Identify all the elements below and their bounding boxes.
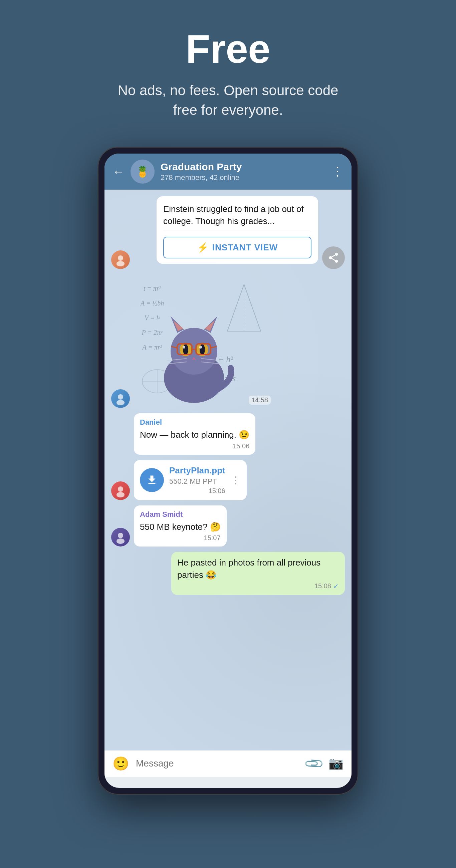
share-button[interactable] (322, 246, 345, 269)
attach-button[interactable]: 📎 (303, 753, 325, 774)
sticker-row: t = πr² A = ½bh V = l² P = 2πr A = πr² s… (111, 274, 345, 408)
svg-point-2 (118, 394, 123, 400)
svg-point-19 (183, 346, 185, 348)
phone-wrapper: ← 🍍 Graduation Party 278 members, 42 onl… (0, 140, 456, 814)
daniel-message-row: Daniel Now — back to planning. 😉 15:06 (111, 413, 345, 454)
svg-point-18 (200, 344, 205, 355)
instant-view-row: Einstein struggled to find a job out of … (111, 196, 345, 270)
file-time: 15:06 (209, 487, 225, 495)
cat-sticker (144, 301, 244, 408)
emoji-button[interactable]: 🙂 (113, 756, 129, 772)
chat-bottom-bar: 🙂 📎 📷 (104, 750, 352, 777)
file-more-button[interactable]: ⋮ (231, 474, 241, 486)
chat-header: ← 🍍 Graduation Party 278 members, 42 onl… (104, 154, 352, 190)
chat-body: Einstein struggled to find a job out of … (104, 190, 352, 750)
file-name: PartyPlan.ppt (169, 465, 225, 476)
message-input[interactable] (136, 758, 299, 769)
iv-button-label: INSTANT VIEW (212, 242, 278, 253)
svg-point-3 (117, 400, 124, 405)
camera-button[interactable]: 📷 (329, 756, 343, 771)
hero-section: Free No ads, no fees. Open source code f… (98, 0, 358, 140)
iv-card: Einstein struggled to find a job out of … (157, 196, 318, 264)
file-info: PartyPlan.ppt 550.2 MB PPT 15:06 (169, 465, 225, 495)
phone-frame: ← 🍍 Graduation Party 278 members, 42 onl… (98, 147, 358, 795)
adam-message-row: Adam Smidt 550 MB keynote? 🤔 15:07 (111, 505, 345, 547)
self-message-row: He pasted in photos from all previous pa… (111, 552, 345, 595)
file-message-row: PartyPlan.ppt 550.2 MB PPT 15:06 ⋮ (111, 460, 345, 500)
lightning-icon: ⚡ (197, 242, 209, 253)
svg-point-1 (117, 261, 124, 267)
instant-view-button[interactable]: ⚡ INSTANT VIEW (163, 237, 311, 258)
hero-subtitle: No ads, no fees. Open source code free f… (111, 81, 345, 120)
iv-preview-text: Einstein struggled to find a job out of … (163, 203, 311, 232)
group-avatar-emoji: 🍍 (136, 165, 149, 178)
svg-point-17 (183, 344, 188, 355)
self-text: He pasted in photos from all previous pa… (177, 557, 339, 581)
daniel-bubble: Daniel Now — back to planning. 😉 15:06 (134, 413, 255, 454)
svg-point-20 (199, 346, 202, 348)
group-name: Graduation Party (160, 161, 326, 173)
file-download-button[interactable] (140, 468, 164, 492)
svg-point-32 (117, 492, 124, 497)
svg-point-33 (118, 533, 123, 538)
svg-point-31 (118, 487, 123, 492)
daniel-sender-name: Daniel (140, 418, 249, 427)
group-avatar: 🍍 (130, 160, 155, 184)
user-avatar-4 (111, 528, 130, 547)
adam-bubble: Adam Smidt 550 MB keynote? 🤔 15:07 (134, 505, 227, 547)
user-avatar-1 (111, 250, 130, 269)
instant-view-card: Einstein struggled to find a job out of … (134, 196, 318, 270)
user-avatar-3 (111, 482, 130, 500)
sticker-time: 14:58 (249, 396, 271, 405)
daniel-text: Now — back to planning. 😉 (140, 429, 249, 441)
more-button[interactable]: ⋮ (332, 164, 343, 179)
file-meta: 15:06 (169, 487, 225, 495)
self-bubble: He pasted in photos from all previous pa… (171, 552, 345, 595)
file-size: 550.2 MB PPT (169, 477, 225, 486)
members-info: 278 members, 42 online (160, 173, 326, 182)
adam-sender-name: Adam Smidt (140, 510, 221, 519)
svg-point-34 (117, 538, 124, 544)
daniel-meta: 15:06 (140, 442, 249, 450)
self-meta: 15:08 ✓ (177, 582, 339, 590)
phone-screen: ← 🍍 Graduation Party 278 members, 42 onl… (104, 154, 352, 788)
sticker-container: t = πr² A = ½bh V = l² P = 2πr A = πr² s… (134, 274, 274, 408)
adam-time: 15:07 (204, 534, 221, 542)
header-info: Graduation Party 278 members, 42 online (160, 161, 326, 182)
user-avatar-2 (111, 389, 130, 408)
check-icon: ✓ (333, 582, 339, 590)
adam-meta: 15:07 (140, 534, 221, 542)
file-bubble: PartyPlan.ppt 550.2 MB PPT 15:06 ⋮ (134, 460, 247, 500)
self-time: 15:08 (314, 582, 331, 590)
hero-title: Free (111, 27, 345, 71)
daniel-time: 15:06 (233, 442, 249, 450)
svg-point-0 (118, 255, 123, 261)
adam-text: 550 MB keynote? 🤔 (140, 521, 221, 533)
back-button[interactable]: ← (113, 164, 124, 179)
